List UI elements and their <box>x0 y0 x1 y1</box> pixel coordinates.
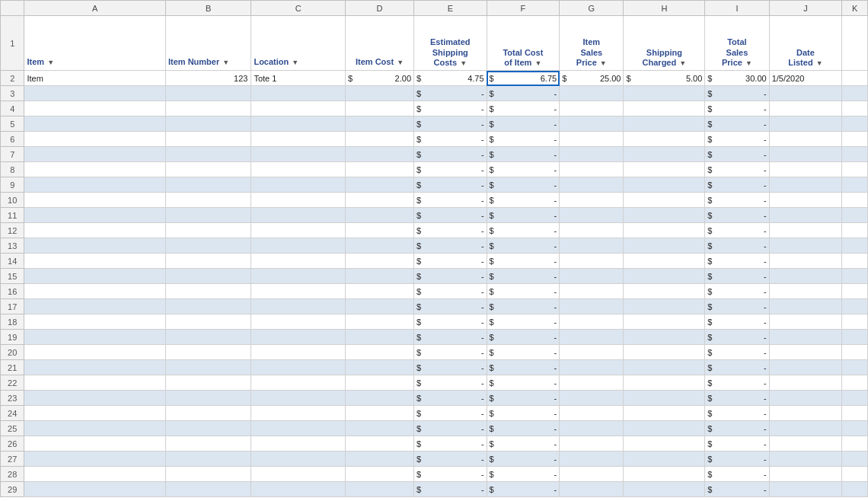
row17-total-cost[interactable]: $ - <box>487 299 560 314</box>
col-header-d[interactable]: D <box>346 1 414 16</box>
row4-date-listed[interactable] <box>769 101 842 116</box>
row15-sales-price[interactable] <box>560 269 624 284</box>
row25-item[interactable] <box>24 421 166 436</box>
row28-sales-price[interactable] <box>560 467 624 482</box>
row12-item-number[interactable] <box>165 223 251 238</box>
row2-sales-price[interactable]: $ 25.00 <box>560 71 624 86</box>
row10-item-cost[interactable] <box>346 193 414 208</box>
row27-item[interactable] <box>24 452 166 467</box>
row21-total-cost[interactable]: $ - <box>487 360 560 375</box>
row13-est-shipping[interactable]: $ - <box>414 238 487 254</box>
row11-item-number[interactable] <box>165 208 251 223</box>
row8-item-cost[interactable] <box>346 162 414 177</box>
row15-item-cost[interactable] <box>346 269 414 284</box>
row13-location[interactable] <box>251 238 346 254</box>
row20-location[interactable] <box>251 345 346 360</box>
row7-total-cost[interactable]: $ - <box>487 147 560 162</box>
row6-item-number[interactable] <box>165 132 251 147</box>
row23-shipping-charged[interactable] <box>624 391 705 406</box>
shipping-charged-filter-icon[interactable]: ▼ <box>679 59 686 68</box>
row16-date-listed[interactable] <box>769 284 842 299</box>
row12-location[interactable] <box>251 223 346 238</box>
row3-total-cost[interactable]: $ - <box>487 86 560 101</box>
row18-item-number[interactable] <box>165 314 251 330</box>
row4-est-shipping[interactable]: $ - <box>414 101 487 116</box>
row3-total-sales[interactable]: $ - <box>705 86 769 101</box>
row18-item[interactable] <box>24 314 166 330</box>
row22-date-listed[interactable] <box>769 375 842 391</box>
row14-total-sales[interactable]: $ - <box>705 254 769 269</box>
row11-total-sales[interactable]: $ - <box>705 208 769 223</box>
row14-item-cost[interactable] <box>346 254 414 269</box>
row8-item[interactable] <box>24 162 166 177</box>
row12-total-sales[interactable]: $ - <box>705 223 769 238</box>
row21-sales-price[interactable] <box>560 360 624 375</box>
total-sales-filter-icon[interactable]: ▼ <box>745 59 752 68</box>
row24-item-cost[interactable] <box>346 406 414 421</box>
row17-est-shipping[interactable]: $ - <box>414 299 487 314</box>
row19-total-cost[interactable]: $ - <box>487 330 560 345</box>
row13-sales-price[interactable] <box>560 238 624 254</box>
row2-item[interactable]: Item <box>24 71 166 86</box>
row6-location[interactable] <box>251 132 346 147</box>
row23-item-cost[interactable] <box>346 391 414 406</box>
row13-item[interactable] <box>24 238 166 254</box>
row9-item-number[interactable] <box>165 177 251 193</box>
row17-item-number[interactable] <box>165 299 251 314</box>
row2-shipping-charged[interactable]: $ 5.00 <box>624 71 705 86</box>
row14-item[interactable] <box>24 254 166 269</box>
row3-est-shipping[interactable]: $ - <box>414 86 487 101</box>
row9-shipping-charged[interactable] <box>624 177 705 193</box>
row11-est-shipping[interactable]: $ - <box>414 208 487 223</box>
row3-date-listed[interactable] <box>769 86 842 101</box>
row14-item-number[interactable] <box>165 254 251 269</box>
row25-total-cost[interactable]: $ - <box>487 421 560 436</box>
row6-sales-price[interactable] <box>560 132 624 147</box>
row5-est-shipping[interactable]: $ - <box>414 116 487 132</box>
row4-item-number[interactable] <box>165 101 251 116</box>
total-cost-filter-icon[interactable]: ▼ <box>535 59 541 68</box>
row7-item-number[interactable] <box>165 147 251 162</box>
row21-item-cost[interactable] <box>346 360 414 375</box>
row3-item[interactable] <box>24 86 166 101</box>
row28-item-cost[interactable] <box>346 467 414 482</box>
row11-shipping-charged[interactable] <box>624 208 705 223</box>
row16-item[interactable] <box>24 284 166 299</box>
col-est-shipping-header[interactable]: EstimatedShippingCosts ▼ <box>414 16 487 71</box>
row27-total-cost[interactable]: $ - <box>487 452 560 467</box>
row13-item-cost[interactable] <box>346 238 414 254</box>
row28-item[interactable] <box>24 467 166 482</box>
row23-est-shipping[interactable]: $ - <box>414 391 487 406</box>
row19-total-sales[interactable]: $ - <box>705 330 769 345</box>
row11-location[interactable] <box>251 208 346 223</box>
row14-total-cost[interactable]: $ - <box>487 254 560 269</box>
row23-item-number[interactable] <box>165 391 251 406</box>
row25-total-sales[interactable]: $ - <box>705 421 769 436</box>
row10-est-shipping[interactable]: $ - <box>414 193 487 208</box>
row19-shipping-charged[interactable] <box>624 330 705 345</box>
row3-item-cost[interactable] <box>346 86 414 101</box>
row14-location[interactable] <box>251 254 346 269</box>
row23-location[interactable] <box>251 391 346 406</box>
row22-item-cost[interactable] <box>346 375 414 391</box>
col-header-a[interactable]: A <box>24 1 166 16</box>
col-item-cost-header[interactable]: Item Cost ▼ <box>346 16 414 71</box>
row6-total-sales[interactable]: $ - <box>705 132 769 147</box>
date-listed-filter-icon[interactable]: ▼ <box>816 59 823 68</box>
row28-date-listed[interactable] <box>769 467 842 482</box>
row15-item-number[interactable] <box>165 269 251 284</box>
row29-location[interactable] <box>251 482 346 497</box>
col-item-number-header[interactable]: Item Number ▼ <box>165 16 251 71</box>
row16-est-shipping[interactable]: $ - <box>414 284 487 299</box>
row9-est-shipping[interactable]: $ - <box>414 177 487 193</box>
row7-est-shipping[interactable]: $ - <box>414 147 487 162</box>
col-date-listed-header[interactable]: DateListed ▼ <box>769 16 842 71</box>
row5-shipping-charged[interactable] <box>624 116 705 132</box>
row15-est-shipping[interactable]: $ - <box>414 269 487 284</box>
row4-sales-price[interactable] <box>560 101 624 116</box>
row26-item[interactable] <box>24 436 166 452</box>
row25-location[interactable] <box>251 421 346 436</box>
row3-shipping-charged[interactable] <box>624 86 705 101</box>
col-sales-price-header[interactable]: ItemSalesPrice ▼ <box>560 16 624 71</box>
row8-est-shipping[interactable]: $ - <box>414 162 487 177</box>
